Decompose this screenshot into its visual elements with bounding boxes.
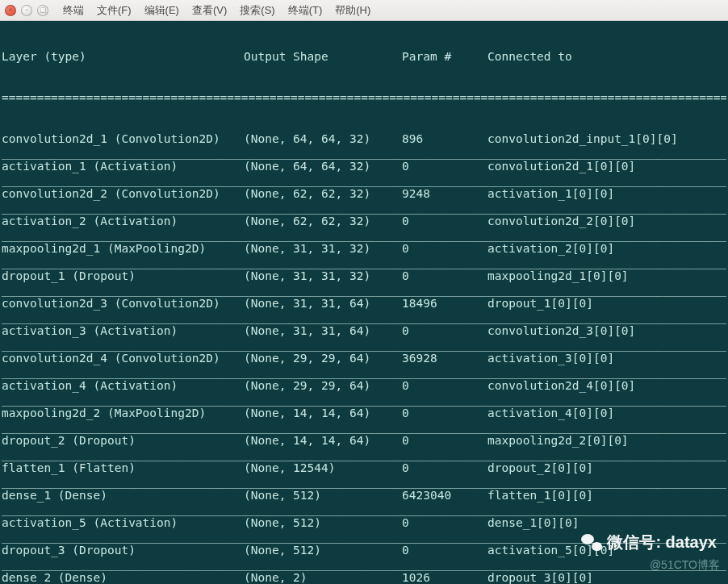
cell-param: 0 — [402, 160, 487, 173]
cell-conn: dropout_1[0][0] — [487, 297, 726, 311]
cell-shape: (None, 512) — [244, 516, 402, 530]
table-row: maxpooling2d_2 (MaxPooling2D)(None, 14, … — [2, 407, 726, 420]
cell-conn: dropout_2[0][0] — [487, 461, 726, 475]
cell-shape: (None, 31, 31, 64) — [244, 297, 402, 311]
separator-dash: ________________________________________… — [2, 228, 726, 242]
header-layer: Layer (type) — [2, 50, 244, 64]
cell-layer: maxpooling2d_2 (MaxPooling2D) — [2, 407, 244, 420]
cell-param: 0 — [402, 461, 487, 475]
separator-dash: ________________________________________… — [2, 420, 726, 434]
table-row: convolution2d_1 (Convolution2D)(None, 64… — [2, 132, 726, 146]
header-conn: Connected to — [487, 50, 726, 64]
wechat-icon — [581, 534, 602, 552]
cell-conn: flatten_1[0][0] — [487, 489, 726, 503]
table-row: activation_5 (Activation)(None, 512)0den… — [2, 516, 726, 530]
cell-shape: (None, 12544) — [244, 461, 402, 475]
table-row: maxpooling2d_1 (MaxPooling2D)(None, 31, … — [2, 242, 726, 256]
cell-layer: activation_4 (Activation) — [2, 379, 244, 393]
cell-param: 0 — [402, 269, 487, 283]
cell-layer: dropout_2 (Dropout) — [2, 434, 244, 448]
table-row: dropout_1 (Dropout)(None, 31, 31, 32)0ma… — [2, 269, 726, 283]
watermark-wechat-text: 微信号: datayx — [607, 532, 717, 553]
cell-param: 0 — [402, 434, 487, 448]
cell-shape: (None, 14, 14, 64) — [244, 434, 402, 448]
cell-conn: activation_3[0][0] — [487, 352, 726, 365]
table-row: convolution2d_2 (Convolution2D)(None, 62… — [2, 187, 726, 201]
cell-shape: (None, 2) — [244, 571, 402, 584]
separator-dash: ________________________________________… — [2, 338, 726, 352]
menu-terminal-zh[interactable]: 终端 — [56, 3, 90, 18]
menu-view[interactable]: 查看(V) — [186, 3, 233, 18]
cell-layer: flatten_1 (Flatten) — [2, 461, 244, 475]
table-row: convolution2d_3 (Convolution2D)(None, 31… — [2, 297, 726, 311]
cell-layer: activation_1 (Activation) — [2, 160, 244, 173]
close-icon[interactable]: × — [5, 5, 16, 16]
cell-shape: (None, 62, 62, 32) — [244, 215, 402, 228]
separator-dash: ________________________________________… — [2, 475, 726, 489]
cell-layer: convolution2d_1 (Convolution2D) — [2, 132, 244, 146]
window-controls: × − ▢ — [5, 5, 48, 16]
watermark-wechat: 微信号: datayx — [581, 532, 717, 553]
cell-param: 0 — [402, 215, 487, 228]
cell-conn: convolution2d_4[0][0] — [487, 379, 726, 393]
cell-layer: activation_3 (Activation) — [2, 324, 244, 338]
table-row: flatten_1 (Flatten)(None, 12544)0dropout… — [2, 461, 726, 475]
cell-shape: (None, 64, 64, 32) — [244, 132, 402, 146]
cell-shape: (None, 31, 31, 32) — [244, 269, 402, 283]
cell-param: 0 — [402, 544, 487, 557]
menu-terminal[interactable]: 终端(T) — [282, 3, 329, 18]
table-row: activation_3 (Activation)(None, 31, 31, … — [2, 324, 726, 338]
table-header: Layer (type) Output Shape Param # Connec… — [2, 50, 726, 64]
cell-layer: convolution2d_2 (Convolution2D) — [2, 187, 244, 201]
separator-dash: ________________________________________… — [2, 448, 726, 461]
cell-layer: dropout_3 (Dropout) — [2, 544, 244, 557]
menu-search[interactable]: 搜索(S) — [233, 3, 281, 18]
cell-conn: activation_2[0][0] — [487, 242, 726, 256]
table-row: dense_2 (Dense)(None, 2)1026dropout_3[0]… — [2, 571, 726, 584]
menu-edit[interactable]: 编辑(E) — [138, 3, 186, 18]
table-row: activation_2 (Activation)(None, 62, 62, … — [2, 215, 726, 228]
cell-layer: activation_5 (Activation) — [2, 516, 244, 530]
separator-dash: ________________________________________… — [2, 146, 726, 160]
cell-shape: (None, 512) — [244, 544, 402, 557]
cell-param: 6423040 — [402, 489, 487, 503]
cell-conn: convolution2d_input_1[0][0] — [487, 132, 726, 146]
cell-conn: maxpooling2d_1[0][0] — [487, 269, 726, 283]
cell-layer: convolution2d_3 (Convolution2D) — [2, 297, 244, 311]
cell-layer: activation_2 (Activation) — [2, 215, 244, 228]
cell-param: 896 — [402, 132, 487, 146]
cell-param: 9248 — [402, 187, 487, 201]
cell-layer: dropout_1 (Dropout) — [2, 269, 244, 283]
table-row: activation_4 (Activation)(None, 29, 29, … — [2, 379, 726, 393]
header-shape: Output Shape — [244, 50, 402, 64]
separator-dash: ________________________________________… — [2, 256, 726, 269]
terminal-output[interactable]: Layer (type) Output Shape Param # Connec… — [0, 21, 728, 584]
cell-conn: activation_4[0][0] — [487, 407, 726, 420]
cell-shape: (None, 29, 29, 64) — [244, 379, 402, 393]
table-row: dropout_2 (Dropout)(None, 14, 14, 64)0ma… — [2, 434, 726, 448]
cell-param: 0 — [402, 516, 487, 530]
minimize-icon[interactable]: − — [21, 5, 32, 16]
menu-help[interactable]: 帮助(H) — [328, 3, 377, 18]
menu-bar: 终端 文件(F) 编辑(E) 查看(V) 搜索(S) 终端(T) 帮助(H) — [56, 3, 377, 18]
cell-shape: (None, 31, 31, 32) — [244, 242, 402, 256]
separator-dash: ________________________________________… — [2, 393, 726, 407]
cell-layer: convolution2d_4 (Convolution2D) — [2, 352, 244, 365]
separator-dash: ________________________________________… — [2, 365, 726, 379]
cell-param: 1026 — [402, 571, 487, 584]
cell-shape: (None, 64, 64, 32) — [244, 160, 402, 173]
cell-conn: convolution2d_2[0][0] — [487, 215, 726, 228]
cell-conn: maxpooling2d_2[0][0] — [487, 434, 726, 448]
cell-layer: dense_1 (Dense) — [2, 489, 244, 503]
separator-dash: ________________________________________… — [2, 557, 726, 571]
separator-dash: ________________________________________… — [2, 283, 726, 297]
cell-shape: (None, 62, 62, 32) — [244, 187, 402, 201]
maximize-icon[interactable]: ▢ — [37, 5, 48, 16]
menu-file[interactable]: 文件(F) — [90, 3, 138, 18]
cell-conn: convolution2d_3[0][0] — [487, 324, 726, 338]
cell-conn: dropout_3[0][0] — [487, 571, 726, 584]
table-row: dense_1 (Dense)(None, 512)6423040flatten… — [2, 489, 726, 503]
separator-dash: ________________________________________… — [2, 201, 726, 215]
cell-conn: activation_1[0][0] — [487, 187, 726, 201]
separator-eq: ========================================… — [2, 91, 726, 105]
